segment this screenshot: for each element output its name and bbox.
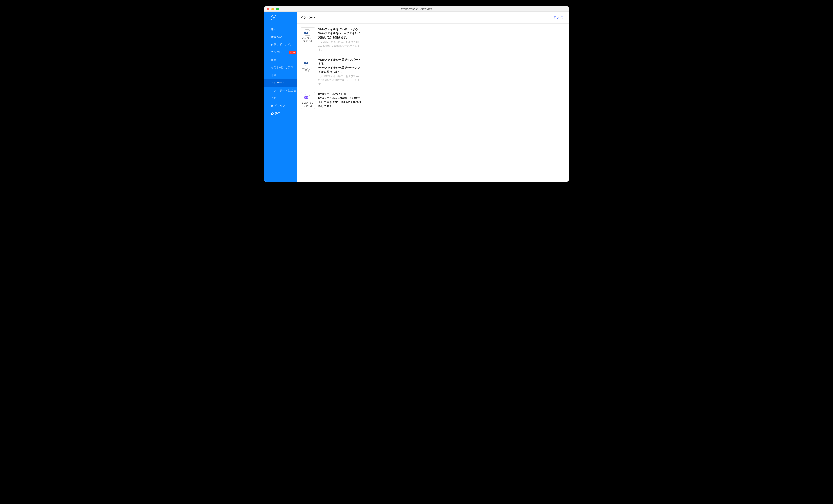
main-header: インポート ログイン xyxy=(297,11,569,24)
import-option-visio-batch: V 一括イン...Visio Visioファイルを一括でインポートする Visi… xyxy=(301,58,565,86)
page-title: インポート xyxy=(301,16,316,20)
file-badge: SVG xyxy=(304,96,308,99)
file-badge: V xyxy=(304,31,308,34)
titlebar: Wondershare EdrawMax xyxy=(264,6,569,11)
visio-file-icon: V xyxy=(305,29,310,35)
sidebar-item-label: 保存 xyxy=(271,58,277,62)
sidebar-item-label: 開く xyxy=(271,27,277,31)
sidebar-item-label: テンプレート xyxy=(271,50,288,54)
app-body: 開く 新規作成 クラウドファイル テンプレート NEW 保存 名前を付けて保存 … xyxy=(264,11,569,182)
sidebar-item-import[interactable]: インポート xyxy=(264,79,297,87)
sidebar-item-template[interactable]: テンプレート NEW xyxy=(264,49,297,56)
svg-file-icon: SVG xyxy=(305,94,310,100)
import-card-visio-batch[interactable]: V 一括イン...Visio xyxy=(301,58,315,75)
import-description: Visioファイルをインポートする Visioファイルをedrawファイルに変換… xyxy=(318,27,362,52)
file-card-label: Visioファ...ファイル xyxy=(302,37,314,43)
sidebar-item-label: 新規作成 xyxy=(271,35,282,39)
close-window-button[interactable] xyxy=(267,8,269,10)
minimize-window-button[interactable] xyxy=(271,8,274,10)
main-panel: インポート ログイン V Visioファ...ファイル xyxy=(297,11,569,182)
login-link[interactable]: ログイン xyxy=(554,16,565,20)
import-card-visio[interactable]: V Visioファ...ファイル xyxy=(301,27,315,44)
sidebar-item-label: 終了 xyxy=(275,111,281,116)
import-subtitle: Visioファイルをedrawファイルに変換してから開きます。 xyxy=(318,31,362,40)
sidebar-item-label: エクスポートと送信 xyxy=(271,89,296,93)
file-badge: V xyxy=(304,62,308,64)
sidebar-item-export-send[interactable]: エクスポートと送信 xyxy=(264,87,297,95)
import-title: Visioファイルをインポートする xyxy=(318,27,362,31)
sidebar-item-close[interactable]: 閉じる xyxy=(264,95,297,102)
sidebar-item-label: 閉じる xyxy=(271,96,279,100)
exit-icon xyxy=(271,112,273,115)
sidebar-item-label: 名前を付けて保存 xyxy=(271,66,293,70)
import-subtitle: Visioファイルを一括でedrawファイルに変換します。 xyxy=(318,66,362,74)
import-card-svg[interactable]: SVG SVGをイ...ファイル xyxy=(301,92,315,109)
sidebar-item-new[interactable]: 新規作成 xyxy=(264,33,297,41)
import-title: SVGファイルのインポート xyxy=(318,92,362,96)
sidebar-item-cloud-file[interactable]: クラウドファイル xyxy=(264,41,297,49)
visio-file-icon: V xyxy=(305,60,310,66)
import-note: （VSDXファイル形式、およびVisio 2003以降のVSD形式をサポートしま… xyxy=(318,74,362,86)
file-card-label: SVGをイ...ファイル xyxy=(302,102,314,107)
import-option-visio: V Visioファ...ファイル Visioファイルをインポートする Visio… xyxy=(301,27,565,52)
sidebar-item-open[interactable]: 開く xyxy=(264,26,297,33)
sidebar-item-exit[interactable]: 終了 xyxy=(264,110,297,118)
import-description: SVGファイルのインポート SVGファイルをEdrawにインポートして開きます。… xyxy=(318,92,362,108)
import-title: Visioファイルを一括でインポートする xyxy=(318,58,362,66)
file-card-label: 一括イン...Visio xyxy=(302,67,314,73)
sidebar-item-save[interactable]: 保存 xyxy=(264,56,297,64)
traffic-lights xyxy=(264,8,279,10)
content-area: V Visioファ...ファイル Visioファイルをインポートする Visio… xyxy=(297,24,569,182)
sidebar-item-options[interactable]: オプション xyxy=(264,102,297,110)
import-description: Visioファイルを一括でインポートする Visioファイルを一括でedrawフ… xyxy=(318,58,362,86)
import-note: （VSDXファイル形式、およびVisio 2003以降のVSD形式をサポートしま… xyxy=(318,40,362,52)
arrow-left-icon xyxy=(272,16,276,20)
import-subtitle: SVGファイルをEdrawにインポートして開きます。100%の互換性はありません… xyxy=(318,96,362,108)
import-option-svg: SVG SVGをイ...ファイル SVGファイルのインポート SVGファイルをE… xyxy=(301,92,565,109)
sidebar-item-label: インポート xyxy=(271,81,285,85)
window-title: Wondershare EdrawMax xyxy=(264,7,569,11)
sidebar-item-save-as[interactable]: 名前を付けて保存 xyxy=(264,64,297,72)
sidebar-item-print[interactable]: 印刷 xyxy=(264,72,297,79)
back-button[interactable] xyxy=(271,15,277,21)
sidebar: 開く 新規作成 クラウドファイル テンプレート NEW 保存 名前を付けて保存 … xyxy=(264,11,297,182)
zoom-window-button[interactable] xyxy=(276,8,279,10)
sidebar-item-label: オプション xyxy=(271,104,285,108)
sidebar-item-label: 印刷 xyxy=(271,73,277,77)
app-window: Wondershare EdrawMax 開く 新規作成 クラウドファイル テン… xyxy=(264,6,569,182)
sidebar-item-label: クラウドファイル xyxy=(271,43,293,47)
new-badge: NEW xyxy=(289,51,296,54)
